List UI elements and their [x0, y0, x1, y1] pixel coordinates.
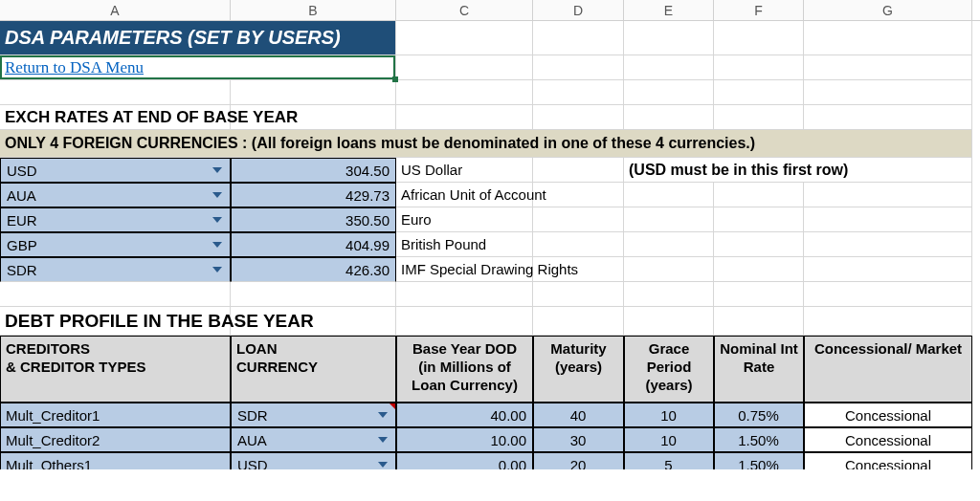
- cell[interactable]: [624, 282, 714, 307]
- loan-currency-dropdown[interactable]: SDR: [231, 403, 396, 427]
- currency-code-dropdown[interactable]: AUA: [0, 183, 231, 207]
- cell[interactable]: [714, 183, 804, 207]
- cell[interactable]: [624, 80, 714, 105]
- cell[interactable]: [714, 21, 804, 55]
- col-header-a[interactable]: A: [0, 0, 231, 20]
- currency-name[interactable]: Euro: [396, 207, 533, 232]
- col-grace-period[interactable]: Grace Period (years): [624, 336, 714, 403]
- currency-name[interactable]: IMF Special Drawing Rights: [396, 257, 533, 282]
- creditor-name[interactable]: Mult_Creditor1: [0, 403, 231, 427]
- grace-input[interactable]: 10: [624, 427, 714, 452]
- col-header-g[interactable]: G: [804, 0, 972, 20]
- exchange-rate-input[interactable]: 404.99: [231, 232, 396, 257]
- cell[interactable]: [624, 257, 714, 282]
- grace-input[interactable]: 10: [624, 403, 714, 427]
- concessional-value[interactable]: Concessional: [804, 452, 972, 469]
- exchange-rate-input[interactable]: 429.73: [231, 183, 396, 207]
- cell[interactable]: [231, 80, 396, 105]
- cell[interactable]: [533, 207, 624, 232]
- currency-code-dropdown[interactable]: SDR: [0, 257, 231, 282]
- cell[interactable]: [804, 21, 972, 55]
- cell[interactable]: [396, 307, 533, 336]
- return-link[interactable]: Return to DSA Menu: [5, 58, 144, 77]
- cell[interactable]: [396, 282, 533, 307]
- cell[interactable]: [714, 55, 804, 80]
- cell[interactable]: [804, 105, 972, 130]
- cell[interactable]: [396, 55, 533, 80]
- cell[interactable]: [533, 105, 624, 130]
- cell[interactable]: [0, 282, 231, 307]
- col-maturity[interactable]: Maturity (years): [533, 336, 624, 403]
- concessional-value[interactable]: Concessional: [804, 427, 972, 452]
- cell[interactable]: [804, 183, 972, 207]
- cell[interactable]: [804, 282, 972, 307]
- col-nominal-int-rate[interactable]: Nominal Int Rate: [714, 336, 804, 403]
- cell[interactable]: [533, 55, 624, 80]
- currency-name[interactable]: British Pound: [396, 232, 533, 257]
- cell[interactable]: [804, 55, 972, 80]
- currency-code-dropdown[interactable]: EUR: [0, 207, 231, 232]
- exchange-rate-input[interactable]: 350.50: [231, 207, 396, 232]
- loan-currency-dropdown[interactable]: AUA: [231, 427, 396, 452]
- cell[interactable]: [714, 207, 804, 232]
- cell[interactable]: [714, 257, 804, 282]
- col-header-c[interactable]: C: [396, 0, 533, 20]
- dod-input[interactable]: 40.00: [396, 403, 533, 427]
- maturity-input[interactable]: 20: [533, 452, 624, 469]
- cell[interactable]: [624, 21, 714, 55]
- rate-input[interactable]: 1.50%: [714, 452, 804, 469]
- col-base-year-dod[interactable]: Base Year DOD (in Millions of Loan Curre…: [396, 336, 533, 403]
- cell[interactable]: [0, 80, 231, 105]
- maturity-input[interactable]: 30: [533, 427, 624, 452]
- cell[interactable]: [533, 183, 624, 207]
- cell[interactable]: [624, 232, 714, 257]
- cell[interactable]: [533, 232, 624, 257]
- foreign-currencies-note[interactable]: ONLY 4 FOREIGN CURRENCIES : (All foreign…: [0, 130, 972, 158]
- col-header-d[interactable]: D: [533, 0, 624, 20]
- cell[interactable]: [624, 55, 714, 80]
- col-header-e[interactable]: E: [624, 0, 714, 20]
- col-concessional-market[interactable]: Concessional/ Market: [804, 336, 972, 403]
- col-creditors[interactable]: CREDITORS & CREDITOR TYPES: [0, 336, 231, 403]
- cell[interactable]: [804, 232, 972, 257]
- rate-input[interactable]: 0.75%: [714, 403, 804, 427]
- cell[interactable]: [396, 80, 533, 105]
- dod-input[interactable]: 10.00: [396, 427, 533, 452]
- cell[interactable]: [714, 307, 804, 336]
- currency-name[interactable]: US Dollar: [396, 158, 533, 183]
- cell[interactable]: [231, 282, 396, 307]
- col-loan-currency[interactable]: LOAN CURRENCY: [231, 336, 396, 403]
- col-header-b[interactable]: B: [231, 0, 396, 20]
- cell[interactable]: [714, 105, 804, 130]
- col-header-f[interactable]: F: [714, 0, 804, 20]
- cell[interactable]: [533, 282, 624, 307]
- cell[interactable]: [533, 158, 624, 183]
- cell[interactable]: [533, 80, 624, 105]
- maturity-input[interactable]: 40: [533, 403, 624, 427]
- page-title[interactable]: DSA PARAMETERS (SET BY USERS): [0, 21, 396, 55]
- currency-code-dropdown[interactable]: USD: [0, 158, 231, 183]
- dod-input[interactable]: 0.00: [396, 452, 533, 469]
- creditor-name[interactable]: Mult_Others1: [0, 452, 231, 469]
- loan-currency-dropdown[interactable]: USD: [231, 452, 396, 469]
- debt-profile-header[interactable]: DEBT PROFILE IN THE BASE YEAR: [0, 307, 231, 336]
- exchange-rate-input[interactable]: 426.30: [231, 257, 396, 282]
- cell[interactable]: [396, 21, 533, 55]
- exchange-rate-input[interactable]: 304.50: [231, 158, 396, 183]
- cell[interactable]: [804, 207, 972, 232]
- exch-rates-header[interactable]: EXCH RATES AT END OF BASE YEAR: [0, 105, 231, 130]
- cell[interactable]: [804, 257, 972, 282]
- cell[interactable]: [804, 80, 972, 105]
- grace-input[interactable]: 5: [624, 452, 714, 469]
- cell[interactable]: [714, 80, 804, 105]
- cell[interactable]: [714, 282, 804, 307]
- selection-handle[interactable]: [392, 76, 398, 82]
- cell[interactable]: [624, 307, 714, 336]
- currency-code-dropdown[interactable]: GBP: [0, 232, 231, 257]
- cell[interactable]: [624, 105, 714, 130]
- cell[interactable]: [714, 232, 804, 257]
- creditor-name[interactable]: Mult_Creditor2: [0, 427, 231, 452]
- cell[interactable]: [624, 207, 714, 232]
- cell[interactable]: [396, 105, 533, 130]
- concessional-value[interactable]: Concessional: [804, 403, 972, 427]
